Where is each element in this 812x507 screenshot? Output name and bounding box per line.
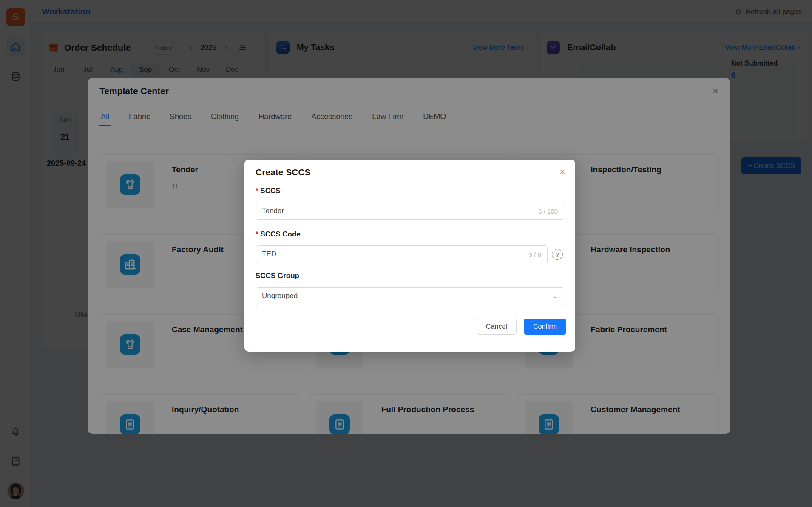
sccs-input[interactable]: Tender 6 / 100 <box>256 202 564 220</box>
help-icon[interactable]: ? <box>552 249 563 260</box>
sccs-char-counter: 6 / 100 <box>538 208 558 215</box>
create-sccs-dialog: Create SCCS × SCCS Tender 6 / 100 SCCS C… <box>244 160 575 352</box>
sccs-group-value: Ungrouped <box>262 292 548 300</box>
sccs-group-label: SCCS Group <box>256 272 299 280</box>
sccs-code-input-value: TED <box>262 250 525 259</box>
dialog-title: Create SCCS <box>256 167 311 177</box>
cancel-button[interactable]: Cancel <box>477 319 517 335</box>
confirm-button[interactable]: Confirm <box>524 319 566 335</box>
sccs-label: SCCS <box>256 187 281 195</box>
sccs-code-label: SCCS Code <box>256 230 301 239</box>
chevron-down-icon: ⌄ <box>552 292 558 300</box>
sccs-code-input[interactable]: TED 3 / 8 <box>256 245 548 263</box>
sccs-input-value: Tender <box>262 207 534 215</box>
sccs-code-char-counter: 3 / 8 <box>529 251 541 258</box>
sccs-group-select[interactable]: Ungrouped ⌄ <box>256 287 564 305</box>
close-icon[interactable]: × <box>559 167 565 177</box>
